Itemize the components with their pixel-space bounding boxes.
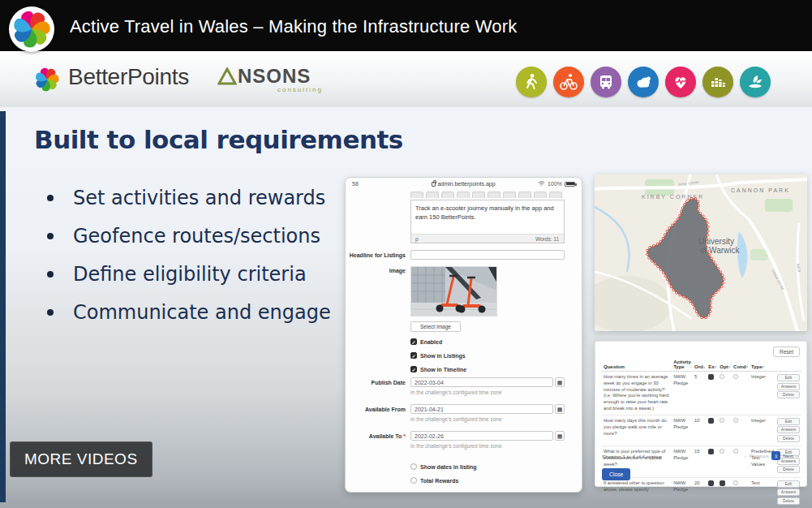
sort-icon[interactable]: ▾ <box>715 364 717 369</box>
total-rewards-checkbox[interactable]: Total Rewards <box>410 477 458 484</box>
checked-icon[interactable] <box>708 374 714 380</box>
editor-footer: p Words: 11 <box>411 234 564 243</box>
checkbox-unchecked-icon[interactable] <box>410 477 417 484</box>
cell-activity: NWW Pledge <box>672 446 693 478</box>
cell-actions: Edit Answers Delete <box>775 372 801 415</box>
unchecked-icon[interactable] <box>720 374 724 379</box>
checked-icon[interactable] <box>720 480 725 486</box>
col-question[interactable]: Question <box>602 358 672 372</box>
answers-button[interactable]: Answers <box>777 489 800 496</box>
previous-page-link[interactable]: ← Previous <box>743 453 769 458</box>
calendar-icon[interactable]: ▦ <box>555 404 565 414</box>
cell-actions: Edit Answers Delete <box>775 477 801 508</box>
label-text: Available To <box>369 433 402 439</box>
unchecked-icon[interactable] <box>733 449 738 454</box>
next-page-link[interactable]: Next → <box>783 453 800 458</box>
cell-question: How many days this month do you pledge w… <box>602 415 672 446</box>
edit-button[interactable]: Edit <box>777 418 800 425</box>
cell-activity: NWW Pledge <box>672 415 693 446</box>
col-label: Ex <box>708 364 714 369</box>
bullet-text: Geofence routes/sections <box>73 225 320 248</box>
cell-activity: NWW Pledge <box>672 372 693 415</box>
col-actions <box>775 358 801 372</box>
admin-app-screenshot: 58 admin.betterpoints.app 100% Track an … <box>345 177 582 493</box>
unchecked-icon[interactable] <box>733 374 738 379</box>
unchecked-icon[interactable] <box>720 418 724 423</box>
calendar-icon[interactable]: ▦ <box>555 377 565 387</box>
checkbox-label: Show dates in listing <box>420 464 477 470</box>
checkbox-checked-icon[interactable]: ✓ <box>410 352 417 359</box>
edit-button[interactable]: Edit <box>777 374 800 381</box>
answers-button[interactable]: Answers <box>777 426 800 433</box>
calendar-icon[interactable]: ▦ <box>555 431 565 441</box>
enabled-checkbox[interactable]: ✓ Enabled <box>410 338 442 345</box>
show-in-timeline-checkbox[interactable]: ✓ Show in Timeline <box>410 366 466 372</box>
bullet-text: Define eligibility criteria <box>73 263 307 286</box>
select-image-button[interactable]: Select Image <box>410 321 461 332</box>
video-title: Active Travel in Wales – Making the Infr… <box>70 0 517 51</box>
checkbox-checked-icon[interactable]: ✓ <box>410 338 417 345</box>
cell-ord: 5 <box>693 372 707 415</box>
checked-icon[interactable] <box>708 418 714 424</box>
cell-cond[interactable] <box>732 372 750 415</box>
col-cond[interactable]: Cond▾ <box>732 358 750 372</box>
col-ord[interactable]: Ord▴ <box>693 358 707 372</box>
cell-ex[interactable] <box>707 477 718 508</box>
cell-opt[interactable] <box>718 477 732 508</box>
more-videos-button[interactable]: MORE VIDEOS <box>10 441 153 477</box>
cell-opt[interactable] <box>718 372 732 415</box>
editor-path: p <box>415 236 419 242</box>
cell-cond[interactable] <box>732 477 750 508</box>
page-1-button[interactable]: 1 <box>771 451 780 460</box>
delete-button[interactable]: Delete <box>777 391 800 398</box>
cell-activity: NWW Pledge <box>672 477 693 508</box>
headline-input[interactable] <box>410 250 565 260</box>
sort-icon[interactable]: ▴ <box>703 364 706 369</box>
list-item: Set activities and rewards <box>47 179 331 217</box>
cell-ex[interactable] <box>707 415 718 446</box>
close-button[interactable]: Close <box>602 468 630 480</box>
editor-text[interactable]: Track an e-scooter journey manually in t… <box>411 200 564 226</box>
edit-button[interactable]: Edit <box>777 480 800 488</box>
checked-icon[interactable] <box>708 449 714 454</box>
reset-button[interactable]: Reset <box>773 347 800 357</box>
walking-icon <box>516 67 547 97</box>
editor-toolbar[interactable] <box>410 192 565 198</box>
delete-button[interactable]: Delete <box>777 466 800 473</box>
cell-ex[interactable] <box>707 446 718 478</box>
checkbox-checked-icon[interactable]: ✓ <box>410 366 417 372</box>
answers-button[interactable]: Answers <box>777 383 800 390</box>
header-band: BetterPoints NSONS consulting <box>0 51 812 107</box>
checked-icon[interactable] <box>708 480 714 486</box>
publish-date-label: Publish Date <box>349 380 406 385</box>
show-in-listings-checkbox[interactable]: ✓ Show in Listings <box>410 352 466 359</box>
sort-icon[interactable]: ▾ <box>728 364 731 369</box>
show-dates-in-listing-checkbox[interactable]: Show dates in listing <box>410 463 477 470</box>
required-asterisk: * <box>403 433 406 439</box>
cell-opt[interactable] <box>718 446 732 478</box>
sort-icon[interactable]: ▾ <box>745 364 748 369</box>
unchecked-icon[interactable] <box>733 480 738 485</box>
col-activity-type[interactable]: Activity Type <box>672 358 693 372</box>
challenge-image <box>410 266 497 316</box>
cell-ex[interactable] <box>707 372 718 415</box>
col-opt[interactable]: Opt▾ <box>718 358 732 372</box>
available-from-input[interactable]: 2021-04-21 <box>410 404 553 414</box>
cell-opt[interactable] <box>718 415 732 446</box>
table-entries-summary: Showing 1 to 4 of 4 entries <box>602 454 661 459</box>
delete-button[interactable]: Delete <box>777 497 800 505</box>
col-ex[interactable]: Ex▾ <box>707 358 718 372</box>
unchecked-icon[interactable] <box>720 449 724 454</box>
delete-button[interactable]: Delete <box>777 435 800 442</box>
unchecked-icon[interactable] <box>733 418 738 423</box>
cell-cond[interactable] <box>732 415 750 446</box>
col-label: Cond <box>733 364 745 369</box>
publish-date-input[interactable]: 2022-03-04 <box>410 377 553 387</box>
betterpoints-pinwheel-logo <box>9 6 54 52</box>
checkbox-unchecked-icon[interactable] <box>410 463 417 470</box>
description-editor[interactable]: Track an e-scooter journey manually in t… <box>410 200 565 243</box>
sort-icon[interactable]: ▾ <box>763 364 765 369</box>
col-type[interactable]: Type▾ <box>750 358 775 372</box>
list-item: Geofence routes/sections <box>47 217 331 255</box>
available-to-input[interactable]: 2022-02-26 <box>410 431 553 441</box>
